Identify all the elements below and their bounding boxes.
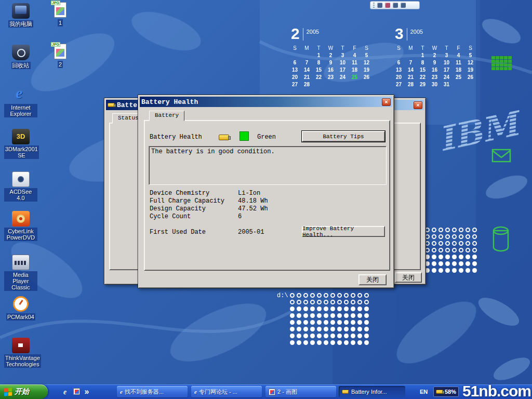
keyboard-icon[interactable] — [401, 3, 406, 8]
condition-textbox[interactable]: The battery is in good condition. — [149, 146, 387, 185]
dot — [324, 340, 328, 345]
field-value: 6 — [238, 213, 242, 220]
desktop-icon-3dmark[interactable]: 3DMark2001 SE — [4, 129, 37, 159]
dot — [310, 327, 315, 331]
dot — [438, 234, 443, 239]
desktop-icon-media-player-classic[interactable]: Media Player Classic — [4, 255, 37, 291]
start-button[interactable]: 开始 — [0, 384, 48, 399]
calendar-day: 9 — [429, 59, 441, 66]
desktop-icon-internet-explorer[interactable]: Internet Explorer — [4, 87, 37, 118]
calendar-day: 4 — [349, 52, 361, 59]
taskbar: 开始 e » e 找不到服务器... e 专门网论坛 - ... 2 - 画图 … — [0, 384, 532, 399]
display-icon[interactable] — [393, 3, 398, 8]
dot — [330, 307, 335, 311]
dot — [303, 340, 308, 345]
dot — [466, 228, 470, 232]
dot — [364, 293, 369, 298]
dot — [472, 228, 477, 232]
dot — [344, 334, 349, 338]
my-computer-icon — [12, 3, 30, 19]
desktop-icon-recycle-bin[interactable]: 回收站 — [4, 45, 37, 70]
dot — [324, 307, 328, 311]
dot — [310, 293, 315, 298]
dot — [432, 255, 436, 259]
dot — [344, 313, 349, 318]
dot — [432, 228, 436, 232]
calendar-day — [464, 81, 476, 88]
desktop-file-1[interactable]: 1 — [46, 2, 75, 27]
calendar-day: 24 — [441, 74, 453, 81]
dot — [472, 255, 477, 259]
icon-label: 我的电脑 — [8, 20, 33, 28]
dot — [438, 248, 443, 252]
desktop-icon-powerdvd[interactable]: CyberLink PowerDVD — [4, 211, 37, 242]
utility-toolbar[interactable] — [370, 1, 420, 9]
calendar-day: 27 — [393, 81, 405, 88]
dot — [297, 340, 301, 345]
dot — [445, 268, 450, 273]
taskbar-task-server-not-found[interactable]: e 找不到服务器... — [117, 386, 188, 397]
taskbar-task-forum[interactable]: e 专门网论坛 - ... — [191, 386, 262, 397]
dot — [351, 293, 355, 298]
dot — [357, 293, 362, 298]
calendar-day: 16 — [325, 66, 337, 74]
dot — [310, 307, 315, 311]
dot — [337, 307, 342, 311]
dot — [357, 334, 362, 338]
icon-label: ACDSee 4.0 — [4, 188, 37, 202]
dot — [344, 307, 349, 311]
quicklaunch-ie-icon[interactable]: e — [60, 387, 70, 396]
desktop-icon-pcmark[interactable]: PCMark04 — [4, 296, 37, 321]
dot — [310, 320, 315, 325]
field-value: Li-Ion — [238, 190, 260, 197]
calendar-day: 20 — [393, 74, 405, 81]
calendar-day: 15 — [417, 66, 429, 74]
battery-health-titlebar[interactable]: Battery Health — [140, 97, 392, 107]
quicklaunch-chevron[interactable]: » — [82, 387, 91, 396]
calendar-weekday: F — [453, 45, 464, 52]
close-icon[interactable] — [414, 101, 422, 109]
task-label: 2 - 画图 — [277, 388, 297, 396]
calendar-month: 3 — [395, 27, 404, 41]
tab-battery[interactable]: Battery — [149, 111, 184, 121]
calendar-day: 8 — [313, 59, 325, 66]
grip-icon[interactable] — [373, 3, 375, 8]
desktop-icon-thinkvantage[interactable]: ThinkVantage Technologies — [4, 338, 37, 368]
taskbar-task-battery-information[interactable]: Battery Infor... — [339, 386, 405, 397]
dot — [290, 340, 295, 345]
tray-battery-indicator[interactable]: 58% — [433, 387, 459, 397]
speaker-icon[interactable] — [377, 3, 382, 8]
battery-tips-button[interactable]: Battery Tips — [302, 131, 385, 142]
calendar-day: 18 — [453, 66, 464, 74]
taskbar-task-paint[interactable]: 2 - 画图 — [265, 386, 336, 397]
close-window-button[interactable]: 关闭 — [395, 272, 422, 283]
calendar-day: 29 — [417, 81, 429, 88]
close-dialog-button[interactable]: 关闭 — [358, 274, 387, 285]
calendar-day: 3 — [337, 52, 349, 59]
desktop-file-2[interactable]: 2 — [46, 44, 75, 69]
desktop-icon-my-computer[interactable]: 我的电脑 — [4, 3, 37, 28]
desktop-icon-acdsee[interactable]: ACDSee 4.0 — [4, 171, 37, 202]
language-indicator[interactable]: EN — [420, 389, 428, 395]
icon-label: 3DMark2001 SE — [4, 145, 39, 159]
improve-battery-health-button[interactable]: Improve Battery Health... — [302, 226, 385, 237]
dot — [290, 300, 295, 304]
quicklaunch-media-icon[interactable] — [72, 387, 81, 396]
battery-percent: 58% — [445, 389, 456, 395]
battery-icon — [219, 135, 229, 140]
paint-icon — [269, 389, 275, 395]
dot — [452, 234, 457, 239]
close-icon[interactable] — [382, 98, 391, 106]
dialog-title: Battery Health — [141, 98, 198, 106]
calendar-weekday: M — [301, 45, 313, 52]
calendar-weekday: T — [441, 45, 453, 52]
battery-health-dialog: Battery Health Battery Battery Health Gr… — [138, 95, 394, 288]
dot — [351, 307, 355, 311]
dot — [459, 255, 463, 259]
dot — [297, 300, 301, 304]
dot — [445, 261, 450, 266]
calendar-day: 13 — [393, 66, 405, 74]
calendar-day — [337, 81, 349, 88]
volume-icon[interactable] — [385, 3, 390, 8]
calendar-day — [405, 52, 417, 59]
